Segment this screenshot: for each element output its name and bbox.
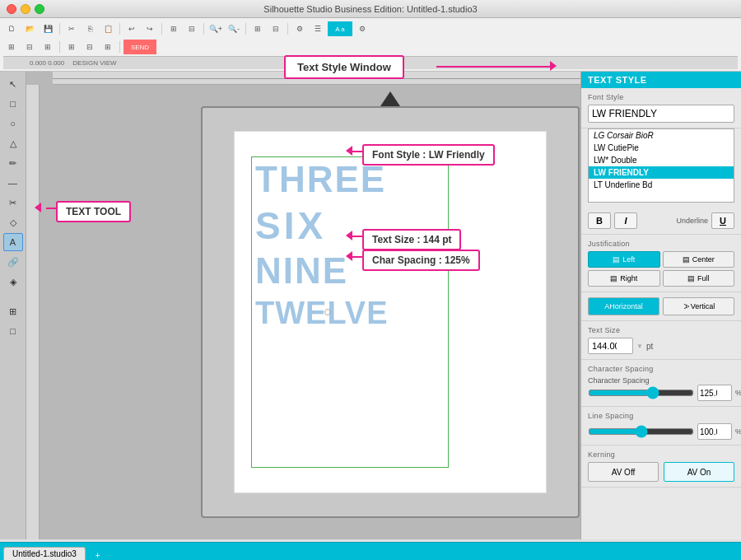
text-tool-btn[interactable]: A xyxy=(3,233,23,251)
layers-tool[interactable]: ⊞ xyxy=(3,302,23,320)
font-list[interactable]: LG Corsair BioR LW CutiePie LW* Double L… xyxy=(588,128,734,203)
cut-btn[interactable]: ✂ xyxy=(63,21,80,36)
justification-section: Justification ▤ Left ▤ Center ▤ Right ▤ … xyxy=(581,235,741,292)
line-spacing-input[interactable] xyxy=(697,423,732,440)
mirror-btn[interactable]: ⊞ xyxy=(40,40,56,54)
line-spacing-label: Line Spacing xyxy=(588,412,734,420)
annotation-line-1 xyxy=(436,66,552,68)
font-style-row: B I Underline U xyxy=(588,212,734,229)
send-btn[interactable]: SEND xyxy=(124,40,156,54)
bold-button[interactable]: B xyxy=(588,212,611,229)
trace-btn[interactable]: ⊞ xyxy=(63,40,80,54)
save-btn[interactable]: 💾 xyxy=(40,21,56,36)
annotation-font-style: Font Style : LW Friendly xyxy=(362,144,495,166)
separator-5 xyxy=(245,23,246,35)
font-item-0[interactable]: LG Corsair BioR xyxy=(589,129,734,142)
annotation-arrow-5 xyxy=(346,251,352,261)
paste-btn[interactable]: 📋 xyxy=(100,21,116,36)
justify-full-btn[interactable]: ▤ Full xyxy=(663,270,735,287)
zoom-out-btn[interactable]: 🔍- xyxy=(226,21,242,36)
font-style-label: Font Style xyxy=(588,93,734,101)
polygon-tool[interactable]: △ xyxy=(3,134,23,152)
panel-btn[interactable]: ☰ xyxy=(310,21,326,36)
font-item-1[interactable]: LW CutiePie xyxy=(589,142,734,154)
vertical-btn[interactable]: A Vertical xyxy=(663,297,734,315)
justify-grid: ▤ Left ▤ Center ▤ Right ▤ Full xyxy=(588,251,734,287)
grid-btn[interactable]: ⊞ xyxy=(3,40,20,54)
group-btn[interactable]: ⊞ xyxy=(165,21,182,36)
rect-tool[interactable]: □ xyxy=(3,95,23,113)
annotation-arrow-2 xyxy=(346,146,352,156)
tab-add-icon[interactable]: + xyxy=(96,551,100,560)
distribute-btn[interactable]: ⊟ xyxy=(268,21,284,36)
style-buttons-section: B I Underline U xyxy=(581,208,741,235)
char-spacing-input[interactable] xyxy=(697,385,732,401)
panel-header: TEXT STYLE xyxy=(581,72,741,88)
fill-btn[interactable]: ⊟ xyxy=(82,40,98,54)
undo-btn[interactable]: ↩ xyxy=(124,21,140,36)
scissors-tool[interactable]: ✂ xyxy=(3,194,23,212)
status-bar: Untitled-1.studio3 + xyxy=(0,542,741,560)
font-item-2[interactable]: LW* Double xyxy=(589,154,734,166)
document-tab[interactable]: Untitled-1.studio3 xyxy=(3,547,86,560)
canvas-paper[interactable]: THREE SIX NINE TWELVE xyxy=(234,131,547,493)
line-btn[interactable]: ⊞ xyxy=(100,40,116,54)
close-button[interactable] xyxy=(7,4,16,14)
annotation-arrow-3 xyxy=(35,203,41,212)
text-size-input[interactable] xyxy=(588,338,633,354)
text-style-btn[interactable]: A a xyxy=(328,21,352,36)
align-btn[interactable]: ⊞ xyxy=(249,21,266,36)
text-selection-area[interactable]: THREE SIX NINE TWELVE xyxy=(251,156,449,468)
redo-btn[interactable]: ↪ xyxy=(142,21,158,36)
eraser-tool[interactable]: ◈ xyxy=(3,273,23,291)
horizontal-btn[interactable]: A Horizontal xyxy=(588,297,659,315)
justify-right-btn[interactable]: ▤ Right xyxy=(588,270,660,287)
right-panel: TEXT STYLE Font Style LG Corsair BioR LW… xyxy=(580,72,741,539)
line-spacing-percent: % xyxy=(735,427,741,436)
line-spacing-control-row: % xyxy=(588,423,734,440)
underline-label: Underline xyxy=(676,217,708,225)
underline-button[interactable]: U xyxy=(711,212,734,229)
pen-tool[interactable]: ✏ xyxy=(3,154,23,172)
line-spacing-slider[interactable] xyxy=(588,426,694,437)
copy-btn[interactable]: ⎘ xyxy=(82,21,98,36)
library-tool[interactable]: □ xyxy=(3,322,23,340)
horizontal-label: Horizontal xyxy=(609,302,643,310)
toolbar-row-2: ⊞ ⊟ ⊞ ⊞ ⊟ ⊞ SEND xyxy=(3,38,738,56)
snap-btn[interactable]: ⊟ xyxy=(21,40,38,54)
kerning-on-label: AV On xyxy=(687,468,711,477)
font-item-3[interactable]: LW FRIENDLY xyxy=(589,166,734,179)
ungroup-btn[interactable]: ⊟ xyxy=(184,21,200,36)
justify-left-btn[interactable]: ▤ Left xyxy=(588,251,660,268)
new-btn[interactable]: 🗋 xyxy=(3,21,20,36)
kerning-off-label: AV Off xyxy=(612,468,636,477)
circle-tool[interactable]: ○ xyxy=(3,114,23,133)
font-list-section: LG Corsair BioR LW CutiePie LW* Double L… xyxy=(581,128,741,208)
zoom-in-btn[interactable]: 🔍+ xyxy=(207,21,224,36)
line-draw-tool[interactable]: — xyxy=(3,174,23,192)
minimize-button[interactable] xyxy=(21,4,30,14)
font-item-4[interactable]: LT Underline Bd xyxy=(589,179,734,191)
pointer-tool[interactable]: ↖ xyxy=(3,75,23,93)
justify-center-btn[interactable]: ▤ Center xyxy=(663,251,735,268)
italic-button[interactable]: I xyxy=(614,212,637,229)
size-row: ▼ pt xyxy=(588,338,734,354)
settings-btn[interactable]: ⚙ xyxy=(291,21,308,36)
open-btn[interactable]: 📂 xyxy=(21,21,38,36)
canvas-arrow xyxy=(380,91,400,106)
justify-center-icon: ▤ xyxy=(683,255,690,264)
link-tool[interactable]: 🔗 xyxy=(3,253,23,271)
font-name-input[interactable] xyxy=(588,105,734,123)
window-controls[interactable] xyxy=(7,4,44,14)
separator-4 xyxy=(203,23,204,35)
kerning-on-btn[interactable]: AV On xyxy=(664,462,734,482)
char-spacing-row: Character Spacing xyxy=(588,376,734,385)
font-style-section: Font Style xyxy=(581,88,741,128)
center-indicator xyxy=(324,309,331,315)
kerning-off-btn[interactable]: AV Off xyxy=(588,462,659,482)
char-spacing-slider[interactable] xyxy=(588,387,694,399)
options-btn[interactable]: ⚙ xyxy=(354,21,370,36)
maximize-button[interactable] xyxy=(35,4,44,14)
node-tool[interactable]: ◇ xyxy=(3,213,23,231)
text-size-label: Text Size xyxy=(588,326,734,334)
